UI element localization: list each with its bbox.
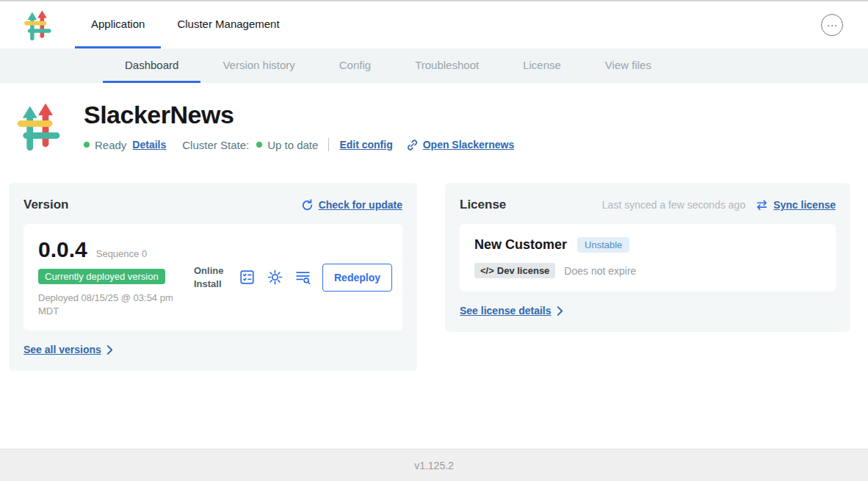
refresh-icon [301,199,314,211]
config-gear-icon[interactable] [267,269,283,286]
tab-cluster-management-label: Cluster Management [177,18,279,30]
app-subnav: Dashboard Version history Config Trouble… [0,48,868,83]
license-details-panel: New Customer Unstable </> Dev license Do… [460,224,836,292]
redeploy-button[interactable]: Redeploy [322,264,392,292]
version-info: 0.0.4 Sequence 0 Currently deployed vers… [38,237,194,317]
link-icon [406,139,419,151]
subnav-view-files-label: View files [605,59,651,71]
customer-name: New Customer [474,237,567,253]
subnav-item-version-history[interactable]: Version history [200,48,317,83]
details-link[interactable]: Details [132,139,166,151]
see-license-details-label: See license details [460,305,551,317]
subnav-item-troubleshoot[interactable]: Troubleshoot [393,48,501,83]
cluster-state-dot [256,142,262,148]
see-license-details-link[interactable]: See license details [460,305,563,317]
console-footer: v1.125.2 [0,449,868,481]
replicated-logo-icon [23,1,53,48]
last-synced-text: Last synced a few seconds ago [602,199,745,211]
tab-application-label: Application [91,18,145,30]
console-version: v1.125.2 [414,460,454,471]
cluster-state-label: Cluster State: [182,139,249,151]
app-status-row: Ready Details Cluster State: Up to date … [84,138,514,151]
edit-config-link[interactable]: Edit config [339,139,392,151]
app-icon [16,102,62,153]
divider [328,138,329,151]
license-card: License Last synced a few seconds ago Sy… [445,183,850,332]
tab-application[interactable]: Application [75,1,161,48]
license-card-title: License [460,198,506,212]
sequence-label: Sequence 0 [96,248,147,259]
check-for-update-label: Check for update [319,199,402,211]
subnav-config-label: Config [339,59,371,71]
header-tabs: Application Cluster Management [75,1,296,48]
ready-status-label: Ready [95,139,126,151]
subnav-item-dashboard[interactable]: Dashboard [103,48,200,83]
tab-cluster-management[interactable]: Cluster Management [161,1,295,48]
check-for-update-link[interactable]: Check for update [301,199,402,211]
sync-license-label: Sync license [773,199,836,211]
header-spacer [296,1,821,48]
subnav-license-label: License [523,59,561,71]
version-card: Version Check for update 0.0.4 Sequence [9,183,417,371]
view-logs-icon[interactable] [294,269,311,286]
channel-badge: Unstable [577,237,629,253]
dashboard-cards: Version Check for update 0.0.4 Sequence [9,183,850,371]
top-header: Application Cluster Management ⋯ [0,1,868,48]
subnav-troubleshoot-label: Troubleshoot [415,59,479,71]
arrows-logo-icon [23,10,51,40]
chevron-right-icon [106,345,113,355]
ellipsis-icon: ⋯ [827,20,838,31]
main-content: SlackerNews Ready Details Cluster State:… [0,83,868,449]
subnav-item-license[interactable]: License [501,48,583,83]
expiration-text: Does not expire [564,265,636,277]
current-version-panel: 0.0.4 Sequence 0 Currently deployed vers… [23,224,402,330]
open-app-link[interactable]: Open Slackernews [406,139,515,151]
app-title-block: SlackerNews Ready Details Cluster State:… [84,101,514,153]
install-type-label: Online Install [194,264,228,290]
license-card-header: License Last synced a few seconds ago Sy… [460,198,836,212]
version-card-header: Version Check for update [23,198,402,212]
code-icon: </> [480,265,494,276]
deployed-badge: Currently deployed version [38,269,165,284]
deployed-timestamp: Deployed 08/15/25 @ 03:54 pm MDT [38,292,185,317]
subnav-dashboard-label: Dashboard [125,59,178,71]
see-all-versions-label: See all versions [23,344,101,355]
license-type-label: Dev license [497,265,550,276]
preflight-checks-icon[interactable] [239,269,256,286]
subnav-item-view-files[interactable]: View files [583,48,673,83]
admin-console-page: Application Cluster Management ⋯ Dashboa… [0,0,868,481]
version-card-title: Version [23,198,68,212]
license-type-badge: </> Dev license [474,263,555,278]
arrows-app-icon [16,102,60,151]
version-actions: Online Install [194,264,392,292]
app-header: SlackerNews Ready Details Cluster State:… [9,101,850,153]
see-all-versions-link[interactable]: See all versions [23,344,113,355]
cluster-state-value: Up to date [267,139,318,151]
chevron-right-icon [557,306,563,316]
subnav-version-history-label: Version history [223,59,294,71]
page-title: SlackerNews [84,101,514,129]
version-number: 0.0.4 [38,237,87,262]
more-options-button[interactable]: ⋯ [821,14,843,36]
sync-license-link[interactable]: Sync license [756,199,836,211]
ready-status-dot [84,142,90,148]
open-app-link-label: Open Slackernews [423,139,515,151]
sync-icon [756,199,768,211]
subnav-item-config[interactable]: Config [317,48,393,83]
